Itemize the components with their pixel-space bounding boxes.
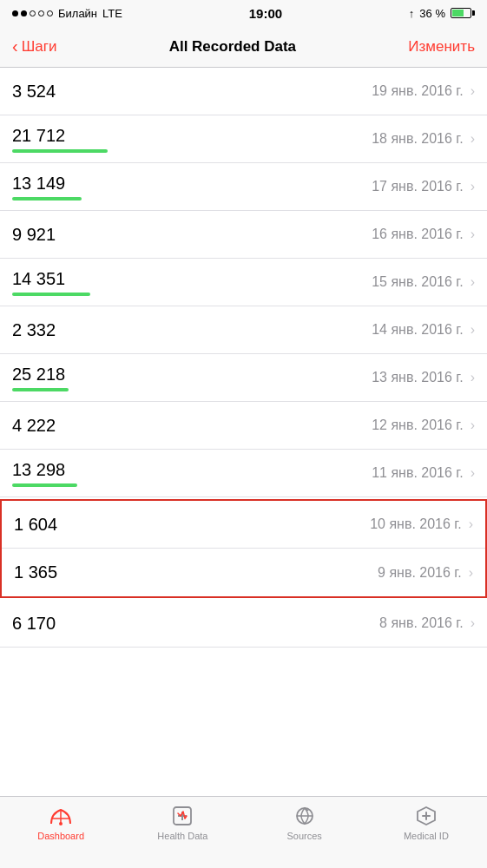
list-item[interactable]: 4 222 12 янв. 2016 г. › — [0, 402, 487, 450]
step-count: 14 351 — [12, 269, 90, 289]
tab-health-data-label: Health Data — [157, 831, 207, 841]
date-label: 15 янв. 2016 г. — [372, 274, 464, 290]
date-label: 9 янв. 2016 г. — [378, 565, 462, 581]
back-chevron-icon: ‹ — [12, 36, 18, 56]
chevron-right-icon: › — [471, 227, 475, 242]
list-item-right: 17 янв. 2016 г. › — [372, 179, 475, 194]
chevron-right-icon: › — [471, 83, 475, 99]
tab-health-data[interactable]: Health Data — [122, 804, 243, 841]
list-item[interactable]: 9 921 16 янв. 2016 г. › — [0, 211, 487, 259]
list-item-left: 6 170 — [12, 614, 56, 634]
medical-id-icon — [414, 804, 438, 828]
progress-bar — [12, 149, 108, 153]
svg-point-2 — [59, 822, 63, 825]
list-item-left: 13 149 — [12, 174, 82, 201]
chevron-right-icon: › — [471, 418, 475, 433]
list-item-left: 21 712 — [12, 126, 108, 153]
list-item[interactable]: 25 218 13 янв. 2016 г. › — [0, 354, 487, 402]
dot-4 — [38, 10, 44, 16]
highlighted-group: 1 604 10 янв. 2016 г. › 1 365 9 янв. 201… — [0, 499, 487, 598]
tab-bar: Dashboard Health Data Sources — [0, 796, 487, 868]
list-item-right: 10 янв. 2016 г. › — [370, 516, 473, 532]
arrow-icon: ↑ — [409, 7, 415, 20]
step-count: 3 524 — [12, 82, 56, 102]
list-item[interactable]: 13 149 17 янв. 2016 г. › — [0, 163, 487, 211]
list-item-right: 11 янв. 2016 г. › — [372, 465, 475, 481]
page-title: All Recorded Data — [169, 38, 296, 56]
list-item-right: 12 янв. 2016 г. › — [372, 418, 475, 433]
data-list: 3 524 19 янв. 2016 г. › 21 712 18 янв. 2… — [0, 68, 487, 796]
list-item-right: 15 янв. 2016 г. › — [372, 274, 475, 290]
chevron-right-icon: › — [471, 615, 475, 631]
list-item-left: 1 604 — [14, 515, 57, 535]
list-item[interactable]: 1 365 9 янв. 2016 г. › — [2, 549, 485, 596]
tab-sources[interactable]: Sources — [244, 804, 365, 841]
back-button[interactable]: ‹ Шаги — [12, 36, 56, 56]
step-count: 21 712 — [12, 126, 108, 146]
list-item[interactable]: 1 604 10 янв. 2016 г. › — [2, 501, 485, 549]
chevron-right-icon: › — [469, 565, 473, 581]
step-count: 13 149 — [12, 174, 82, 194]
chevron-right-icon: › — [471, 465, 475, 481]
date-label: 8 янв. 2016 г. — [379, 615, 464, 631]
list-item-left: 25 218 — [12, 365, 69, 391]
dot-1 — [12, 10, 18, 16]
edit-button[interactable]: Изменить — [408, 38, 475, 56]
list-item-left: 9 921 — [12, 225, 56, 245]
date-label: 17 янв. 2016 г. — [372, 179, 464, 194]
list-item[interactable]: 13 298 11 янв. 2016 г. › — [0, 450, 487, 497]
battery-icon — [451, 8, 475, 18]
list-item[interactable]: 6 170 8 янв. 2016 г. › — [0, 600, 487, 648]
list-item[interactable]: 3 524 19 янв. 2016 г. › — [0, 68, 487, 115]
dot-3 — [30, 10, 36, 16]
battery-body — [451, 8, 471, 18]
tab-medical-id-label: Medical ID — [404, 831, 449, 841]
progress-bar — [12, 293, 90, 296]
list-item-right: 16 янв. 2016 г. › — [372, 227, 475, 242]
battery-fill — [452, 10, 464, 16]
list-item-left: 14 351 — [12, 269, 90, 296]
step-count: 4 222 — [12, 416, 56, 436]
list-item-left: 1 365 — [14, 562, 57, 582]
status-right: ↑ 36 % — [409, 7, 475, 20]
tab-dashboard-label: Dashboard — [37, 831, 84, 841]
list-item[interactable]: 14 351 15 янв. 2016 г. › — [0, 259, 487, 306]
chevron-right-icon: › — [471, 370, 475, 385]
network-label: LTE — [102, 7, 122, 20]
step-count: 13 298 — [12, 460, 77, 480]
step-count: 1 365 — [14, 562, 57, 582]
chevron-right-icon: › — [471, 131, 475, 147]
tab-medical-id[interactable]: Medical ID — [365, 804, 487, 841]
list-item-left: 3 524 — [12, 82, 56, 102]
tab-dashboard[interactable]: Dashboard — [0, 804, 122, 841]
health-data-icon — [170, 804, 194, 828]
list-item-right: 8 янв. 2016 г. › — [379, 615, 475, 631]
date-label: 11 янв. 2016 г. — [372, 465, 464, 481]
battery-tip — [472, 10, 475, 16]
status-bar: Билайн LTE 19:00 ↑ 36 % — [0, 0, 487, 26]
list-item-left: 13 298 — [12, 460, 77, 487]
list-item-right: 13 янв. 2016 г. › — [372, 370, 475, 385]
time-display: 19:00 — [249, 6, 282, 21]
step-count: 25 218 — [12, 365, 69, 385]
chevron-right-icon: › — [471, 274, 475, 290]
progress-bar — [12, 388, 69, 391]
battery-percent: 36 % — [419, 7, 445, 20]
dot-5 — [47, 10, 53, 16]
dashboard-icon — [49, 804, 73, 828]
step-count: 1 604 — [14, 515, 57, 535]
list-item[interactable]: 2 332 14 янв. 2016 г. › — [0, 306, 487, 354]
list-item-right: 19 янв. 2016 г. › — [372, 83, 475, 99]
date-label: 12 янв. 2016 г. — [372, 418, 464, 433]
date-label: 18 янв. 2016 г. — [372, 131, 464, 147]
list-item-right: 14 янв. 2016 г. › — [372, 322, 475, 338]
list-item-left: 2 332 — [12, 320, 56, 340]
date-label: 10 янв. 2016 г. — [370, 516, 462, 532]
date-label: 14 янв. 2016 г. — [372, 322, 464, 338]
tab-sources-label: Sources — [286, 831, 321, 841]
progress-bar — [12, 483, 77, 487]
step-count: 6 170 — [12, 614, 56, 634]
back-label: Шаги — [22, 38, 57, 56]
chevron-right-icon: › — [469, 516, 473, 532]
list-item[interactable]: 21 712 18 янв. 2016 г. › — [0, 115, 487, 163]
